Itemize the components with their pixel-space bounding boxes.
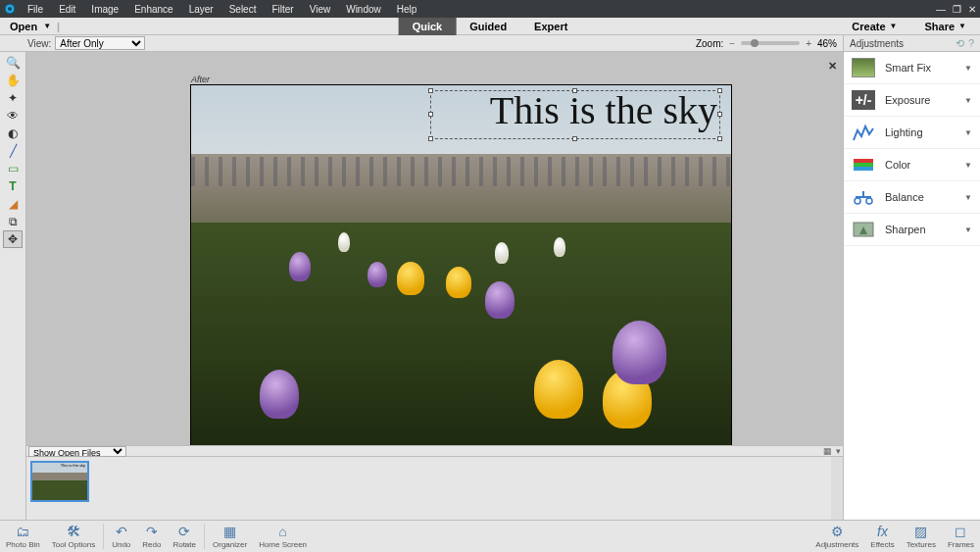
- app-logo-icon: [0, 0, 20, 18]
- create-button[interactable]: Create▼: [838, 21, 910, 32]
- tab-quick[interactable]: Quick: [399, 18, 457, 35]
- handle-w[interactable]: [428, 112, 433, 117]
- undo-button[interactable]: ↶Undo: [106, 521, 136, 553]
- effects-icon: fx: [877, 524, 888, 539]
- menu-image[interactable]: Image: [83, 4, 126, 15]
- home-icon: ⌂: [278, 524, 286, 539]
- handle-s[interactable]: [572, 136, 577, 141]
- menu-layer[interactable]: Layer: [181, 4, 221, 15]
- help-icon[interactable]: ?: [968, 37, 974, 50]
- eye-tool-icon[interactable]: 👁: [3, 107, 23, 125]
- flower-icon: [446, 267, 471, 298]
- close-document-icon[interactable]: ✕: [828, 60, 837, 73]
- chevron-down-icon: ▼: [964, 193, 972, 202]
- chevron-down-icon: ▼: [964, 161, 972, 170]
- zoom-tool-icon[interactable]: 🔍: [3, 54, 23, 72]
- handle-e[interactable]: [717, 112, 722, 117]
- menu-window[interactable]: Window: [338, 4, 389, 15]
- menu-select[interactable]: Select: [221, 4, 265, 15]
- tab-expert[interactable]: Expert: [520, 18, 581, 35]
- options-bar: View: After Only Zoom: − + 46% Adjustmen…: [0, 35, 980, 52]
- brush-tool-icon[interactable]: ╱: [3, 142, 23, 160]
- lighting-icon: [852, 123, 875, 142]
- zoom-in-icon[interactable]: +: [806, 38, 811, 49]
- photo-foreground: [191, 223, 731, 446]
- hand-tool-icon[interactable]: ✋: [3, 72, 23, 89]
- svg-rect-4: [854, 167, 873, 171]
- tool-options-button[interactable]: 🛠Tool Options: [46, 521, 101, 553]
- menu-view[interactable]: View: [302, 4, 339, 15]
- move-tool-icon[interactable]: ✥: [3, 230, 23, 248]
- adj-color[interactable]: Color ▼: [844, 149, 980, 181]
- handle-sw[interactable]: [428, 136, 433, 141]
- spot-heal-tool-icon[interactable]: ▭: [3, 160, 23, 177]
- minimize-icon[interactable]: —: [933, 4, 949, 15]
- photobin-scrollbar[interactable]: [831, 457, 843, 520]
- handle-ne[interactable]: [717, 88, 722, 93]
- zoom-thumb[interactable]: [751, 39, 759, 47]
- bottom-label: Textures: [906, 540, 936, 549]
- rotate-icon: ⟳: [178, 524, 190, 539]
- photobin-thumbnail[interactable]: This is the sky: [30, 461, 89, 502]
- home-screen-button[interactable]: ⌂Home Screen: [253, 521, 313, 553]
- tool-options-icon: 🛠: [67, 524, 80, 539]
- photo-bin-button[interactable]: 🗂Photo Bin: [0, 521, 46, 553]
- create-label: Create: [852, 21, 885, 32]
- adj-balance[interactable]: Balance ▼: [844, 181, 980, 214]
- straighten-tool-icon[interactable]: ◢: [3, 195, 23, 213]
- rotate-button[interactable]: ⟳Rotate: [167, 521, 202, 553]
- adj-label: Exposure: [885, 94, 930, 106]
- text-tool-icon[interactable]: T: [3, 177, 23, 195]
- reset-icon[interactable]: ⟲: [956, 37, 964, 50]
- whiten-tool-icon[interactable]: ◐: [3, 125, 23, 142]
- zoom-slider[interactable]: [741, 41, 800, 45]
- textures-icon: ▨: [914, 524, 927, 539]
- view-label: View:: [27, 38, 51, 49]
- adj-sharpen[interactable]: Sharpen ▼: [844, 214, 980, 246]
- adj-exposure[interactable]: +/- Exposure ▼: [844, 84, 980, 117]
- bottom-label: Frames: [948, 540, 974, 549]
- close-icon[interactable]: ✕: [964, 4, 980, 15]
- tab-guided[interactable]: Guided: [456, 18, 520, 35]
- chevron-down-icon: ▼: [43, 22, 51, 30]
- handle-se[interactable]: [717, 136, 722, 141]
- flower-icon: [338, 232, 350, 252]
- menu-file[interactable]: File: [20, 4, 51, 15]
- svg-point-1: [8, 7, 12, 11]
- redo-button[interactable]: ↷Redo: [136, 521, 167, 553]
- adjustments-button[interactable]: ⚙Adjustments: [809, 521, 864, 553]
- zoom-label: Zoom:: [696, 38, 723, 49]
- menu-help[interactable]: Help: [389, 4, 425, 15]
- effects-button[interactable]: fxEffects: [864, 521, 900, 553]
- adj-smart-fix[interactable]: Smart Fix ▼: [844, 52, 980, 84]
- adjustments-panel: Smart Fix ▼ +/- Exposure ▼ Lighting ▼ Co…: [843, 52, 980, 520]
- handle-nw[interactable]: [428, 88, 433, 93]
- open-button[interactable]: Open ▼ |: [0, 21, 70, 32]
- text-selection-box[interactable]: [430, 90, 720, 139]
- crop-tool-icon[interactable]: ⧉: [3, 213, 23, 230]
- quick-select-tool-icon[interactable]: ✦: [3, 89, 23, 107]
- chevron-down-icon[interactable]: ▾: [836, 446, 841, 456]
- flower-icon: [368, 262, 387, 287]
- handle-n[interactable]: [572, 88, 577, 93]
- adj-lighting[interactable]: Lighting ▼: [844, 117, 980, 149]
- separator: [204, 524, 205, 549]
- photobin: This is the sky: [26, 457, 843, 520]
- organizer-icon: ▦: [223, 524, 236, 539]
- menu-filter[interactable]: Filter: [264, 4, 301, 15]
- chevron-down-icon: ▼: [964, 96, 972, 105]
- photo-cityscape: [191, 154, 731, 230]
- frames-button[interactable]: ◻Frames: [942, 521, 980, 553]
- maximize-icon[interactable]: ❐: [949, 4, 964, 15]
- grid-icon[interactable]: ▦: [823, 446, 832, 456]
- menu-enhance[interactable]: Enhance: [126, 4, 180, 15]
- bottom-label: Tool Options: [52, 540, 95, 549]
- zoom-out-icon[interactable]: −: [729, 38, 735, 49]
- textures-button[interactable]: ▨Textures: [901, 521, 942, 553]
- view-select[interactable]: After Only: [55, 36, 145, 50]
- share-button[interactable]: Share▼: [911, 21, 981, 32]
- photobin-select[interactable]: Show Open Files: [28, 446, 126, 457]
- organizer-button[interactable]: ▦Organizer: [207, 521, 253, 553]
- menu-edit[interactable]: Edit: [51, 4, 83, 15]
- document-canvas[interactable]: This is the sky: [190, 84, 732, 447]
